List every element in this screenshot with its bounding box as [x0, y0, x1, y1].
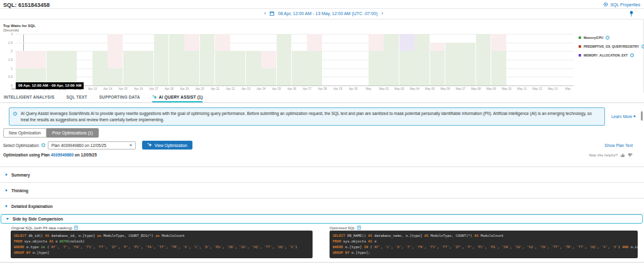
- sql-properties-button[interactable]: SQL Properties: [603, 2, 640, 7]
- tab-label: INTELLIGENT ANALYSIS: [4, 95, 54, 99]
- section-divider: [0, 262, 644, 263]
- info-icon: i: [13, 112, 17, 116]
- tab-label: AI QUERY ASSIST (1): [159, 95, 203, 99]
- bar-segment[interactable]: [277, 34, 292, 85]
- info-icon[interactable]: i: [42, 143, 45, 147]
- info-icon[interactable]: i: [630, 53, 634, 57]
- bar-segment[interactable]: [138, 51, 153, 85]
- chart-tooltip: 08 Apr, 12:00 AM - 09 Apr, 12:00 AM: [16, 82, 84, 89]
- date-range-button[interactable]: 08 Apr, 12:00 AM - 13 May, 12:00 AM (UTC…: [278, 11, 377, 16]
- bar-segment[interactable]: [62, 51, 77, 85]
- ai-notice-box: i AI Query Assist leverages SolarWinds A…: [9, 107, 605, 126]
- learn-more-link[interactable]: Learn More: [611, 114, 636, 119]
- info-icon[interactable]: i: [606, 36, 609, 40]
- bar-segment[interactable]: [154, 34, 169, 85]
- code-line: WHERE o.[type] IN ('AF', 'C', 'D', 'F', …: [333, 244, 635, 250]
- thumbs-down-icon[interactable]: [628, 153, 633, 158]
- chevron-down-icon: [633, 116, 636, 117]
- optimized-sql-label: Optimized SQL: [330, 226, 361, 230]
- optimized-sql-code-block[interactable]: SELECT DB_NAME() AS database_name, o.[ty…: [330, 231, 638, 258]
- bar-segment[interactable]: [200, 34, 215, 85]
- section-label: Thinking: [11, 188, 28, 193]
- bar-segment[interactable]: [246, 51, 261, 85]
- bar-segment[interactable]: [307, 34, 322, 51]
- bar-segment[interactable]: [261, 51, 276, 68]
- original-sql-label: Original SQL (with PII data masking): [11, 226, 78, 230]
- section-thinking[interactable]: Thinking: [0, 183, 644, 199]
- ai-notice-text: AI Query Assist leverages SolarWinds AI …: [21, 111, 592, 122]
- page-title: SQL: 6151843458: [3, 2, 50, 8]
- chart-title: Top Waits for SQL: [3, 24, 36, 28]
- side-by-side-header[interactable]: Side by Side Comparision: [1, 214, 643, 224]
- section-detailed-explaination[interactable]: Detailed Explaination: [0, 199, 644, 214]
- bar-segment[interactable]: [399, 34, 414, 51]
- original-sql-code-block[interactable]: SELECT db_id() AS database_id, o.[type] …: [11, 231, 313, 258]
- scrollbar-thumb[interactable]: [641, 111, 643, 121]
- y-axis-tick: 0.5: [0, 75, 13, 79]
- bar-segment[interactable]: [445, 43, 460, 85]
- bar-segment[interactable]: [430, 51, 445, 85]
- tab-ai-query-assist-1-[interactable]: AI QUERY ASSIST (1): [152, 93, 203, 102]
- bar-segment[interactable]: [261, 68, 276, 85]
- code-line: FROM sys.objects AS o WITH(nolock): [14, 239, 309, 244]
- document-icon[interactable]: [357, 226, 361, 230]
- bar-segment[interactable]: [292, 51, 307, 85]
- legend-swatch: [579, 54, 581, 57]
- bar-segment[interactable]: [16, 51, 31, 68]
- legend-label: Memory/CPU: [584, 36, 603, 40]
- bar-segment[interactable]: [460, 43, 475, 85]
- plan-link[interactable]: 4039949860: [51, 153, 74, 157]
- view-optimization-button[interactable]: View Optimization: [142, 141, 192, 150]
- bar-segment[interactable]: [108, 68, 123, 85]
- bar-segment[interactable]: [215, 51, 230, 85]
- bar-segment[interactable]: [47, 51, 62, 85]
- bar-segment[interactable]: [476, 34, 491, 85]
- pin-icon[interactable]: [629, 11, 634, 17]
- prev-range-button[interactable]: ‹: [264, 11, 266, 16]
- code-line: FROM sys.objects AS o: [333, 239, 635, 244]
- y-axis-tick: 1: [0, 67, 13, 70]
- bar-segment[interactable]: [184, 34, 199, 51]
- y-axis-tick: 3: [0, 32, 13, 36]
- page-header: SQL: 6151843458 SQL Properties: [0, 0, 644, 9]
- bar-segment[interactable]: [307, 51, 322, 85]
- app-root: SQL: 6151843458 SQL Properties ‹ 08 Apr,…: [0, 0, 644, 267]
- bar-segment[interactable]: [215, 34, 230, 51]
- bar-segment[interactable]: [430, 43, 445, 52]
- prior-optimizations-button[interactable]: Prior Optimizations (1): [47, 128, 99, 138]
- tab-intelligent-analysis[interactable]: INTELLIGENT ANALYSIS: [4, 93, 54, 102]
- tab-label: SUPPORTING DATA: [99, 95, 140, 99]
- select-optimization-label: Select Optimization: i: [3, 143, 45, 148]
- show-plan-text-link[interactable]: Show Plan Text: [604, 143, 633, 148]
- bar-segment[interactable]: [92, 51, 108, 85]
- bar-segment[interactable]: [230, 51, 245, 85]
- bar-segment[interactable]: [369, 34, 384, 51]
- original-sql-label-text: Original SQL (with PII data masking): [11, 226, 72, 230]
- bar-segment[interactable]: [108, 34, 123, 68]
- bar-segment[interactable]: [184, 51, 199, 85]
- document-icon[interactable]: [74, 226, 78, 230]
- bar-segment[interactable]: [169, 34, 184, 85]
- section-label: Detailed Explaination: [11, 204, 53, 209]
- section-summary[interactable]: Summary: [0, 167, 644, 183]
- info-icon[interactable]: i: [641, 45, 644, 48]
- tab-sql-text[interactable]: SQL TEXT: [66, 93, 87, 102]
- gridline: [16, 85, 574, 86]
- date-bar: ‹ 08 Apr, 12:00 AM - 13 May, 12:00 AM (U…: [0, 9, 644, 19]
- tab-supporting-data[interactable]: SUPPORTING DATA: [99, 93, 140, 102]
- bar-segment[interactable]: [31, 51, 46, 68]
- optimization-select[interactable]: Plan 4039949860 on 12/05/25: [48, 141, 136, 150]
- new-optimization-button[interactable]: New Optimization: [3, 128, 47, 138]
- bar-segment[interactable]: [491, 34, 506, 51]
- using-suffix: on 12/05/25: [74, 153, 97, 157]
- bar-segment[interactable]: [414, 34, 430, 85]
- legend-label: MEMORY_ALLOCATION_EXT: [584, 53, 628, 57]
- using-prefix: Optimization using Plan: [3, 153, 51, 157]
- thumbs-up-icon[interactable]: [620, 153, 625, 158]
- next-range-button[interactable]: ›: [381, 11, 383, 16]
- bar-segment[interactable]: [369, 51, 384, 85]
- bar-segment[interactable]: [123, 51, 138, 85]
- bar-segment[interactable]: [384, 34, 399, 85]
- bar-segment[interactable]: [399, 51, 414, 85]
- bar-segment[interactable]: [491, 51, 506, 85]
